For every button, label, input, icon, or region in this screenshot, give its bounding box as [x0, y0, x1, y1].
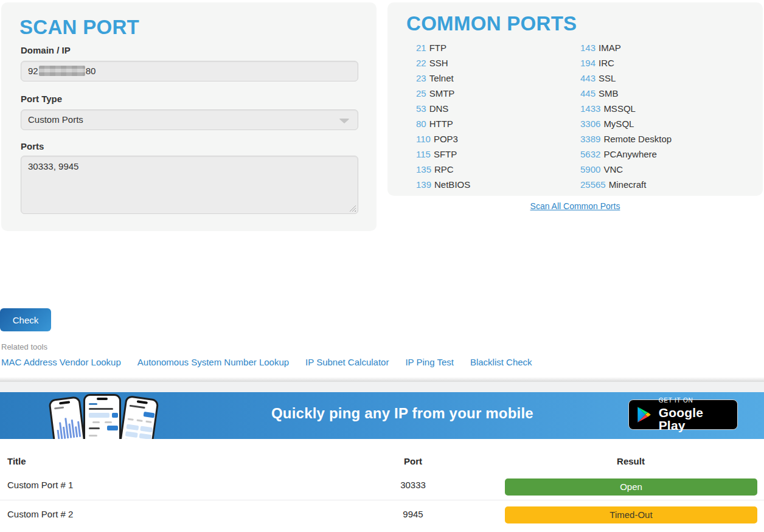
phone-notch	[59, 401, 70, 404]
port-name: PCAnywhere	[603, 149, 657, 159]
section-divider-shadow	[0, 377, 764, 382]
port-name: NetBIOS	[434, 179, 470, 190]
ports-textarea[interactable]: 30333, 9945	[21, 156, 358, 214]
common-ports-left-column: 21FTP 22SSH 23Telnet 25SMTP 53DNS 80HTTP…	[416, 40, 470, 192]
phone-notch	[136, 400, 147, 404]
port-name: VNC	[603, 164, 623, 174]
common-port-item: 80HTTP	[416, 116, 470, 131]
phone-notch	[97, 398, 108, 400]
common-port-item: 22SSH	[416, 55, 470, 71]
related-tool-link[interactable]: IP Ping Test	[405, 357, 454, 367]
port-name: DNS	[429, 103, 449, 114]
phone-mockup-right	[116, 395, 159, 439]
domain-ip-input[interactable]: 9280	[21, 61, 358, 81]
common-port-item: 3306MySQL	[580, 116, 672, 131]
port-number: 3306	[580, 119, 600, 129]
result-badge-timeout: Timed-Out	[505, 506, 757, 523]
table-row-divider	[0, 500, 764, 500]
common-port-item: 53DNS	[416, 101, 470, 116]
ports-label: Ports	[21, 141, 44, 151]
port-name: RPC	[434, 164, 454, 174]
common-port-item: 445SMB	[580, 86, 672, 101]
common-port-item: 25SMTP	[416, 86, 470, 101]
port-number: 3389	[580, 134, 600, 144]
section-divider-strip	[0, 382, 764, 392]
common-port-item: 25565Minecraft	[580, 177, 672, 192]
port-number: 5632	[580, 149, 600, 159]
port-number: 443	[580, 73, 596, 83]
port-name: SMB	[599, 88, 619, 98]
resize-handle-icon[interactable]	[349, 205, 356, 212]
port-number: 23	[416, 73, 426, 83]
port-name: Telnet	[429, 73, 454, 83]
port-name: Minecraft	[609, 179, 647, 190]
port-name: SFTP	[434, 149, 457, 159]
port-name: SMTP	[429, 88, 455, 98]
common-port-item: 5632PCAnywhere	[580, 147, 672, 162]
common-port-item: 194IRC	[580, 55, 672, 71]
common-port-item: 135RPC	[416, 162, 470, 177]
related-tools-links: MAC Address Vendor Lookup Autonomous Sys…	[1, 357, 532, 367]
port-number: 1433	[580, 103, 600, 114]
port-number: 110	[416, 134, 431, 144]
related-tool-link[interactable]: IP Subnet Calculator	[305, 357, 389, 367]
table-header-port: Port	[367, 456, 459, 466]
domain-ip-label: Domain / IP	[21, 45, 71, 55]
port-name: POP3	[434, 134, 458, 144]
port-number: 22	[416, 58, 426, 68]
table-row-title: Custom Port # 2	[7, 509, 73, 519]
port-number: 25	[416, 88, 426, 98]
common-port-item: 139NetBIOS	[416, 177, 470, 192]
domain-value-start: 92	[28, 66, 38, 76]
mobile-app-banner: Quickly ping any IP from your mobile GET…	[0, 392, 764, 439]
google-play-badge-line1: GET IT ON	[659, 398, 730, 404]
common-port-item: 21FTP	[416, 40, 470, 55]
port-name: IRC	[599, 58, 614, 68]
port-name: IMAP	[599, 43, 621, 53]
port-name: SSH	[429, 58, 448, 68]
scan-all-common-ports-link[interactable]: Scan All Common Ports	[387, 201, 763, 211]
port-number: 5900	[580, 164, 600, 174]
port-number: 80	[416, 119, 426, 129]
port-number: 194	[580, 58, 596, 68]
common-port-item: 143IMAP	[580, 40, 672, 55]
redaction-blur	[39, 66, 85, 76]
related-tool-link[interactable]: Blacklist Check	[470, 357, 532, 367]
port-name: HTTP	[429, 119, 453, 129]
port-number: 139	[416, 179, 431, 190]
scan-port-panel: SCAN PORT Domain / IP 9280 Port Type Cus…	[1, 2, 377, 231]
google-play-badge-line2: Google Play	[659, 406, 730, 432]
port-name: SSL	[599, 73, 616, 83]
google-play-badge[interactable]: GET IT ON Google Play	[628, 399, 738, 430]
common-ports-panel: COMMON PORTS 21FTP 22SSH 23Telnet 25SMTP…	[387, 2, 763, 196]
table-header-title: Title	[7, 456, 26, 466]
port-type-select[interactable]: Custom Ports	[21, 109, 358, 130]
table-row-title: Custom Port # 1	[7, 480, 73, 490]
common-port-item: 5900VNC	[580, 162, 672, 177]
port-number: 135	[416, 164, 431, 174]
port-scanner-page: SCAN PORT Domain / IP 9280 Port Type Cus…	[0, 0, 764, 532]
related-tool-link[interactable]: MAC Address Vendor Lookup	[1, 357, 121, 367]
port-type-label: Port Type	[21, 94, 62, 104]
port-name: MSSQL	[603, 103, 636, 114]
port-type-value: Custom Ports	[28, 114, 83, 125]
port-number: 25565	[580, 179, 606, 190]
related-tools-label: Related tools	[1, 342, 47, 351]
common-ports-title: COMMON PORTS	[406, 12, 577, 35]
common-port-item: 3389Remote Desktop	[580, 131, 672, 147]
result-badge-open: Open	[505, 478, 757, 496]
chevron-down-icon	[339, 119, 350, 123]
check-button[interactable]: Check	[0, 308, 51, 331]
common-port-item: 110POP3	[416, 131, 470, 147]
ports-value: 30333, 9945	[28, 161, 78, 171]
common-port-item: 23Telnet	[416, 71, 470, 86]
table-row-port: 9945	[367, 509, 459, 519]
phone-mockup-center	[83, 394, 121, 439]
related-tool-link[interactable]: Autonomous System Number Lookup	[137, 357, 289, 367]
table-header-result: Result	[509, 456, 753, 466]
port-number: 21	[416, 43, 426, 53]
port-number: 143	[580, 43, 596, 53]
google-play-icon	[636, 406, 652, 424]
port-name: Remote Desktop	[603, 134, 672, 144]
common-port-item: 443SSL	[580, 71, 672, 86]
